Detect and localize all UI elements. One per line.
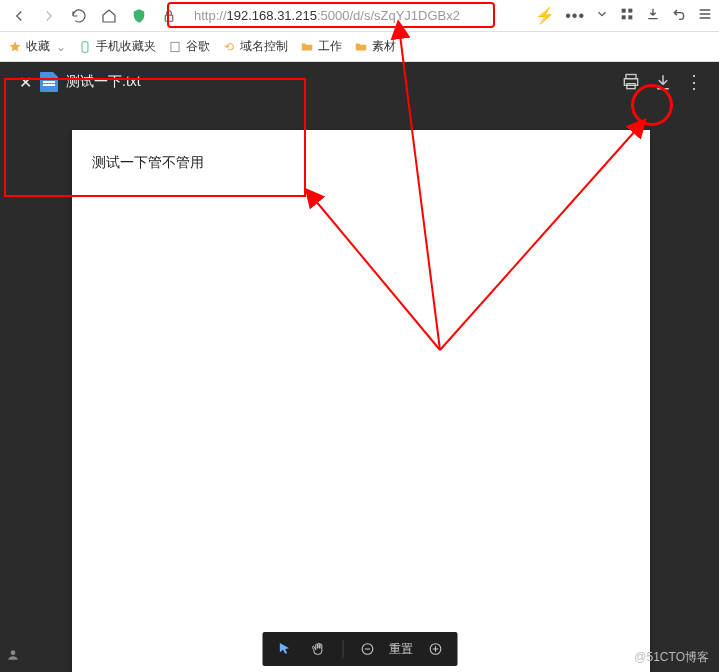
lock-icon <box>156 3 182 29</box>
close-icon[interactable]: ✕ <box>10 73 40 92</box>
viewer-header: ✕ 测试一下.txt ⋮ <box>0 62 719 102</box>
svg-rect-5 <box>82 41 88 52</box>
user-icon <box>6 648 20 666</box>
bookmark-google[interactable]: 谷歌 <box>168 38 210 55</box>
back-button[interactable] <box>6 3 32 29</box>
reset-zoom[interactable]: 重置 <box>387 641 415 658</box>
undo-browser-icon[interactable] <box>671 6 687 26</box>
more-dots[interactable]: ••• <box>565 7 585 25</box>
menu-hamburger-icon[interactable] <box>697 6 713 26</box>
star-icon <box>8 40 22 54</box>
download-button[interactable] <box>647 66 679 98</box>
download-browser-icon[interactable] <box>645 6 661 26</box>
chevron-down-icon[interactable] <box>595 7 609 25</box>
document-text: 测试一下管不管用 <box>72 130 650 196</box>
url-host: 192.168.31.215 <box>227 8 317 23</box>
shield-icon[interactable] <box>126 3 152 29</box>
grid-icon[interactable] <box>619 6 635 26</box>
link-icon: ⟲ <box>222 40 236 54</box>
chevron-down-icon: ⌄ <box>56 40 66 54</box>
url-path: :5000/d/s/sZqYJ1DGBx2 <box>317 8 460 23</box>
reload-button[interactable] <box>66 3 92 29</box>
page-icon <box>168 40 182 54</box>
forward-button[interactable] <box>36 3 62 29</box>
svg-rect-4 <box>628 15 632 19</box>
folder-icon <box>354 40 368 54</box>
bookmark-fav[interactable]: 收藏⌄ <box>8 38 66 55</box>
file-viewer: ✕ 测试一下.txt ⋮ 测试一下管不管用 重置 <box>0 62 719 672</box>
folder-icon <box>300 40 314 54</box>
svg-point-15 <box>11 650 16 655</box>
kebab-menu[interactable]: ⋮ <box>679 71 709 93</box>
url-prefix: http:// <box>194 8 227 23</box>
url-bar[interactable]: http://192.168.31.215:5000/d/s/sZqYJ1DGB… <box>186 4 527 28</box>
lightning-icon[interactable]: ⚡ <box>535 6 555 25</box>
svg-rect-6 <box>171 42 179 51</box>
bookmark-mobile[interactable]: 手机收藏夹 <box>78 38 156 55</box>
file-label: 测试一下.txt <box>40 72 141 92</box>
svg-rect-3 <box>622 15 626 19</box>
browser-toolbar: http://192.168.31.215:5000/d/s/sZqYJ1DGB… <box>0 0 719 32</box>
svg-rect-2 <box>628 8 632 12</box>
viewer-bottom-controls: 重置 <box>262 632 457 666</box>
bookmarks-bar: 收藏⌄ 手机收藏夹 谷歌 ⟲域名控制 工作 素材 <box>0 32 719 62</box>
svg-rect-1 <box>622 8 626 12</box>
svg-rect-0 <box>165 15 173 21</box>
phone-icon <box>78 40 92 54</box>
zoom-in[interactable] <box>421 635 449 663</box>
bookmark-domain[interactable]: ⟲域名控制 <box>222 38 288 55</box>
pointer-tool[interactable] <box>270 635 298 663</box>
zoom-out[interactable] <box>353 635 381 663</box>
bookmark-work[interactable]: 工作 <box>300 38 342 55</box>
file-icon <box>40 72 58 92</box>
svg-rect-9 <box>627 84 635 89</box>
print-button[interactable] <box>615 66 647 98</box>
hand-tool[interactable] <box>304 635 332 663</box>
document-page: 测试一下管不管用 <box>72 130 650 672</box>
watermark: @51CTO博客 <box>634 649 709 666</box>
viewer-scroll[interactable]: 测试一下管不管用 <box>0 102 719 672</box>
home-button[interactable] <box>96 3 122 29</box>
filename: 测试一下.txt <box>66 73 141 91</box>
bookmark-material[interactable]: 素材 <box>354 38 396 55</box>
